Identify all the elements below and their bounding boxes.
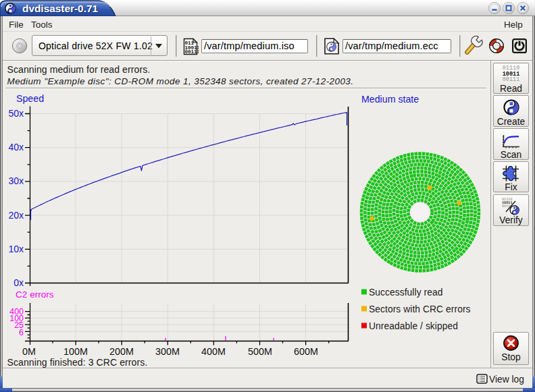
svg-text:300M: 300M [155, 346, 180, 357]
svg-text:C2 errors: C2 errors [16, 289, 54, 300]
svg-text:500M: 500M [248, 346, 272, 357]
svg-text:20x: 20x [8, 210, 24, 221]
svg-text:200M: 200M [109, 346, 134, 357]
svg-text:100M: 100M [63, 346, 88, 357]
svg-text:Unreadable / skipped: Unreadable / skipped [369, 321, 458, 331]
svg-text:10x: 10x [8, 244, 24, 254]
svg-text:50x: 50x [8, 108, 24, 119]
svg-text:Successfully read: Successfully read [369, 287, 443, 298]
svg-text:00111: 00111 [184, 49, 199, 55]
svg-text:30x: 30x [8, 175, 24, 186]
svg-text:Speed: Speed [16, 93, 44, 104]
svg-text:600M: 600M [294, 346, 318, 357]
svg-text:0M: 0M [22, 346, 36, 357]
svg-text:0x: 0x [14, 277, 24, 288]
svg-text:400M: 400M [201, 346, 226, 357]
svg-text:Sectors with CRC errors: Sectors with CRC errors [369, 304, 471, 314]
svg-text:Medium state: Medium state [361, 94, 419, 105]
svg-text:40x: 40x [8, 142, 24, 152]
svg-text:6: 6 [19, 328, 24, 337]
